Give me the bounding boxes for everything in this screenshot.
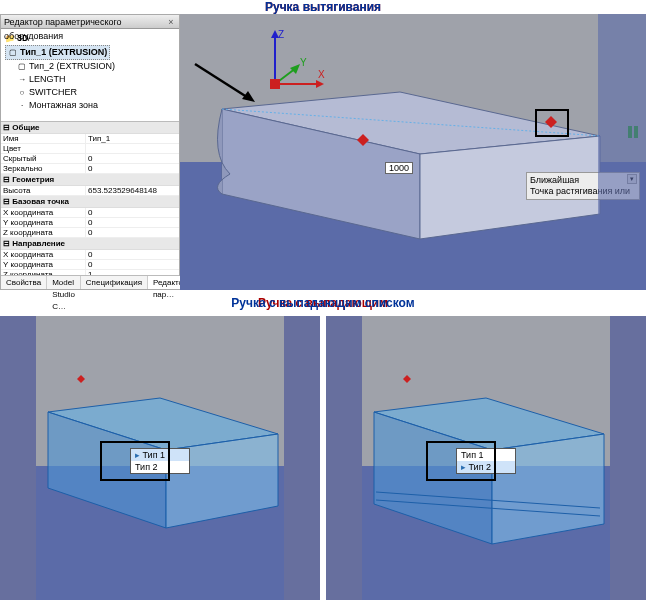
3d-viewport[interactable]: Z X Y 1000 Ближайшая Точка растягивания … bbox=[180, 14, 646, 290]
pointer-arrow-icon bbox=[190, 59, 260, 109]
bottom-title-blue: Ручка с выпадающим списком bbox=[0, 296, 646, 310]
prop-category[interactable]: ⊟ Направление bbox=[1, 238, 179, 250]
stretch-handle-icon[interactable] bbox=[355, 132, 371, 148]
svg-marker-15 bbox=[242, 91, 255, 102]
svg-line-14 bbox=[195, 64, 250, 99]
prop-row[interactable]: Y координата0 bbox=[1, 260, 179, 270]
panel-title: Редактор параметрического оборудования × bbox=[1, 15, 179, 29]
tree-item[interactable]: →LENGTH bbox=[5, 73, 175, 86]
dimension-input[interactable]: 1000 bbox=[385, 162, 413, 174]
prop-row[interactable]: X координата0 bbox=[1, 250, 179, 260]
highlight-rect bbox=[100, 441, 170, 481]
panel-tabs[interactable]: СвойстваModel Studio C…СпецификацияРедак… bbox=[1, 275, 179, 289]
tree-item[interactable]: ▢Тип_2 (EXTRUSION) bbox=[5, 60, 175, 73]
svg-text:X: X bbox=[318, 69, 325, 80]
prop-row[interactable]: Y координата0 bbox=[1, 218, 179, 228]
prop-category[interactable]: ⊟ Геометрия bbox=[1, 174, 179, 186]
tree-item[interactable]: ▢Тип_1 (EXTRUSION) bbox=[5, 45, 110, 60]
svg-line-28 bbox=[376, 500, 600, 516]
prop-category[interactable]: ⊟ Базовая точка bbox=[1, 196, 179, 208]
svg-marker-29 bbox=[403, 375, 411, 383]
prop-row[interactable]: Скрытый0 bbox=[1, 154, 179, 164]
prop-row[interactable]: Зеркально0 bbox=[1, 164, 179, 174]
svg-text:Z: Z bbox=[278, 29, 284, 40]
tree-item[interactable]: ·Монтажная зона bbox=[5, 99, 175, 112]
tab[interactable]: Model Studio C… bbox=[47, 276, 81, 289]
svg-marker-16 bbox=[357, 134, 369, 146]
prop-row[interactable]: Высота653.523529648148 bbox=[1, 186, 179, 196]
viewport-bottom-right[interactable]: Тип 1 ▸ Тип 2 bbox=[326, 316, 646, 600]
tab[interactable]: Свойства bbox=[1, 276, 47, 289]
property-grid[interactable]: ⊟ ОбщиеИмяТип_1ЦветСкрытый0Зеркально0⊟ Г… bbox=[1, 121, 179, 281]
svg-marker-8 bbox=[316, 80, 324, 88]
prop-category[interactable]: ⊟ Общие bbox=[1, 122, 179, 134]
highlight-rect bbox=[426, 441, 496, 481]
handle-icon bbox=[402, 374, 412, 384]
close-icon[interactable]: × bbox=[165, 15, 177, 29]
tree-item[interactable]: ○SWITCHER bbox=[5, 86, 175, 99]
editor-panel: Редактор параметрического оборудования ×… bbox=[0, 14, 180, 290]
highlight-rect bbox=[535, 109, 569, 137]
prop-row[interactable]: ИмяТип_1 bbox=[1, 134, 179, 144]
prop-row[interactable]: X координата0 bbox=[1, 208, 179, 218]
top-title-blue: Ручка вытягивания bbox=[0, 0, 646, 14]
tab[interactable]: Спецификация bbox=[81, 276, 148, 289]
viewport-bottom-left[interactable]: ▸ Тип 1 Тип 2 bbox=[0, 316, 320, 600]
svg-text:Y: Y bbox=[300, 57, 307, 68]
handle-icon bbox=[76, 374, 86, 384]
svg-line-27 bbox=[376, 492, 600, 508]
svg-marker-23 bbox=[77, 375, 85, 383]
svg-rect-13 bbox=[270, 79, 280, 89]
prop-row[interactable]: Цвет bbox=[1, 144, 179, 154]
prop-row[interactable]: Z координата0 bbox=[1, 228, 179, 238]
